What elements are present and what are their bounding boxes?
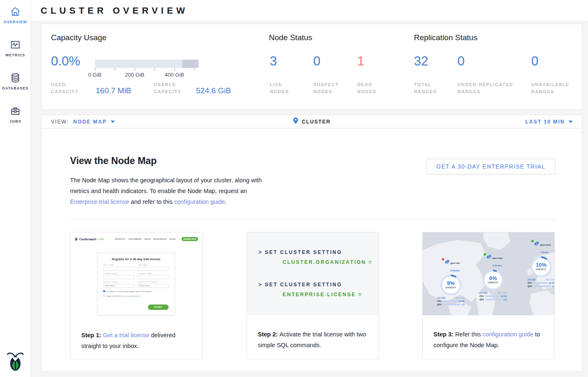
sidebar-item-databases[interactable]: DATABASES	[0, 72, 31, 90]
capacity-ring-gauge: 9% CAPACITY	[440, 274, 462, 296]
mini-nav-link: BLOG	[169, 238, 176, 240]
used-capacity-label: USED CAPACITY	[51, 81, 84, 95]
mini-field-label: LAST NAME	[138, 264, 169, 266]
time-range-value: LAST 10 MIN	[525, 119, 565, 125]
locality-name: geo=ams	[540, 244, 551, 246]
mini-download-button: DOWNLOAD	[181, 237, 198, 241]
mini-form-title: Register for a 30-day trial license	[103, 257, 169, 261]
promo-description-end: .	[225, 198, 227, 205]
mini-input	[103, 267, 135, 271]
mini-input	[138, 267, 169, 271]
promo-description: The Node Map shows the geographical layo…	[70, 175, 262, 207]
cpu-value: 42.5%	[501, 295, 507, 297]
gauge-tick	[135, 68, 135, 71]
under-replicated-ranges-label: UNDER-REPLICATED RANGES	[457, 81, 528, 95]
get-enterprise-trial-button[interactable]: GET A 30-DAY ENTERPRISE TRIAL	[426, 159, 555, 174]
mini-field-label: COMPANY NAME	[103, 273, 135, 275]
sql-setting: CLUSTER.ORGANIZATION =	[283, 259, 373, 265]
enterprise-trial-license-link[interactable]: Enterprise trial license	[70, 198, 129, 205]
cpu-bar	[534, 282, 548, 284]
sidebar-item-label: DATABASES	[0, 86, 31, 90]
locality-name: geo=nyc	[492, 257, 503, 259]
live-nodes-label: LIVE NODES	[270, 81, 303, 95]
capacity-percent: 6%	[482, 275, 504, 281]
dead-nodes-value: 1	[357, 54, 364, 69]
capacity-label: CAPACITY	[440, 287, 462, 289]
step3-text: Refer this	[455, 331, 482, 338]
promo-description-line3: Enterprise trial license and refer to th…	[70, 196, 262, 207]
promo-title: View the Node Map	[70, 155, 157, 167]
mini-nav-link: CUSTOMERS	[128, 238, 141, 240]
mini-checkbox-checked	[103, 290, 105, 292]
cpu-value: 11.0%	[459, 300, 465, 302]
mini-nav-link: RESOURCES	[153, 238, 167, 240]
step2-label: Step 2:	[258, 331, 279, 338]
scope-label: CLUSTER	[302, 119, 331, 125]
view-bar: VIEW: NODE MAP CLUSTER LAST 10 MIN	[41, 115, 582, 128]
qps-label: QPS	[479, 298, 484, 301]
promo-description-mid: and refer to this	[129, 198, 174, 205]
gauge-tick	[95, 68, 95, 71]
step1-caption: Step 1: Get a trial license delivered st…	[70, 321, 202, 351]
used-gib: 3.6 GiB	[528, 278, 535, 281]
qps-value: 4.7	[462, 303, 465, 306]
total-ranges-label: TOTAL RANGES	[414, 81, 447, 95]
suspect-nodes-label: SUSPECT NODES	[313, 81, 346, 95]
mini-checkbox	[103, 295, 105, 297]
status-dot-red-icon	[442, 258, 444, 261]
locality-name: geo=sfo	[450, 262, 460, 264]
mini-submit-button: SUBMIT	[148, 304, 169, 310]
step3-label: Step 3:	[433, 331, 455, 338]
sidebar-item-label: JOBS	[0, 119, 31, 123]
sql-command: > SET CLUSTER SETTING	[259, 249, 342, 255]
sidebar-item-overview[interactable]: OVERVIEW	[0, 6, 31, 24]
mini-site-logo-suffix: LABS	[97, 238, 104, 240]
mini-registration-form: Register for a 30-day trial license FIRS…	[97, 252, 175, 315]
step3-caption: Step 3: Refer this configuration guide t…	[423, 315, 554, 350]
total-gib: 35.1 GiB	[455, 297, 465, 299]
configuration-guide-link[interactable]: configuration guide	[482, 331, 533, 338]
step1-card: Cockroach LABS PRODUCT CUSTOMERS DOCS RE…	[70, 232, 203, 359]
cpu-label: CPU	[437, 300, 442, 302]
node-cube-icon	[535, 240, 539, 247]
replication-status-title: Replication Status	[414, 33, 477, 42]
sidebar-item-label: OVERVIEW	[0, 20, 31, 24]
divider	[70, 219, 555, 220]
cluster-summary-panel: Capacity Usage 0.0% 0 GiB 200 GiB 400 Gi…	[41, 24, 582, 110]
get-trial-license-link[interactable]: Get a trial license	[103, 332, 149, 338]
chevron-down-icon	[569, 121, 573, 123]
mini-checkbox-label: I would like to receive email updates ab…	[106, 290, 152, 292]
gauge-tick	[115, 68, 115, 71]
live-nodes-value: 3	[270, 54, 277, 69]
metrics-icon	[0, 39, 31, 51]
map-pin-icon	[293, 117, 298, 126]
mini-field-label: REASON FOR INTEREST	[138, 281, 169, 283]
sidebar-item-metrics[interactable]: METRICS	[0, 39, 31, 57]
locality-node-count: 2 Nodes	[450, 269, 460, 272]
time-range-dropdown[interactable]: LAST 10 MIN	[525, 115, 573, 128]
sidebar-item-jobs[interactable]: JOBS	[0, 105, 31, 123]
cpu-bar	[486, 295, 500, 297]
gauge-tick-label: 0 GiB	[78, 72, 111, 78]
status-dot-green-icon	[531, 240, 534, 242]
capacity-label: CAPACITY	[482, 282, 504, 284]
step2-card: > SET CLUSTER SETTING CLUSTER.ORGANIZATI…	[247, 232, 379, 359]
capacity-percent: 9%	[440, 280, 462, 286]
step2-caption: Step 2: Activate the trial license with …	[247, 315, 379, 350]
capacity-usage-title: Capacity Usage	[51, 33, 106, 42]
promo-description-line2: metrics and health indicators. To enable…	[70, 186, 262, 196]
step3-card: geo=sfo2 Nodes 9% CAPACITY 3.2 GiB35.1 G…	[422, 232, 555, 359]
locality-node-count: 1 Node	[540, 251, 548, 254]
qps-bar	[443, 304, 460, 305]
usable-capacity-label: USABLE CAPACITY	[154, 81, 191, 95]
mini-field-label: PROJECT PHASE	[103, 281, 135, 283]
suspect-nodes-value: 0	[313, 54, 320, 69]
node-cube-icon	[487, 253, 491, 261]
gauge-tick	[174, 68, 175, 71]
home-icon	[0, 6, 31, 17]
page-title: CLUSTER OVERVIEW	[41, 5, 188, 16]
configuration-guide-link[interactable]: configuration guide	[174, 198, 225, 205]
gauge-tick-label: 400 GiB	[158, 72, 191, 78]
locality-node-count: 2 Nodes	[492, 264, 502, 267]
total-ranges-value: 32	[414, 54, 428, 69]
